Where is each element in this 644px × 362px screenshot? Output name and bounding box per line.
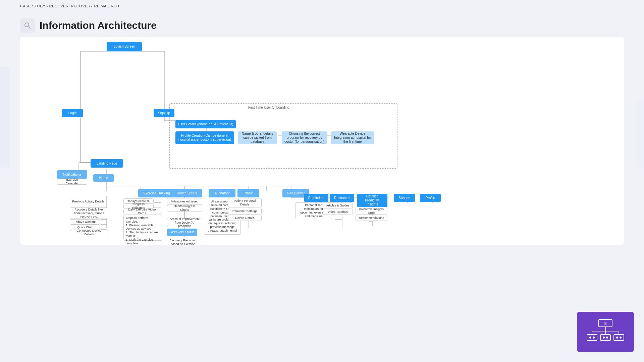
- svg-point-81: [589, 337, 591, 339]
- svg-point-0: [25, 23, 29, 27]
- node-home: Home: [93, 174, 114, 182]
- page-title: Information Architecture: [40, 20, 157, 31]
- node-device-details: Device Details: [228, 215, 262, 221]
- node-milestones-achieved: Milestones Achieved: [167, 198, 202, 205]
- node-recovery-prediction: Recovery Prediction based on exercise pa…: [164, 237, 202, 245]
- node-landing-page: Landing Page: [91, 159, 123, 168]
- node-steps-to-perform: Steps to perform exercise: 1. Wearing we…: [123, 215, 162, 241]
- node-detailed-predictive: Detailed Predictive Insights: [357, 194, 387, 207]
- title-icon-container: [20, 18, 35, 33]
- node-patient-personal: Patient Personal Details: [228, 198, 262, 207]
- node-todays-workout: Today's workout: [70, 219, 100, 225]
- ia-icon-svg: ☰: [585, 318, 626, 346]
- node-resources: Resources: [330, 194, 354, 202]
- page-container: CASE STUDY • RECOVER: RECOVERY REIMAGINE…: [0, 0, 644, 362]
- svg-rect-78: [587, 335, 597, 341]
- node-profile-creation: Profile Creation(Can be done at hospital…: [175, 131, 234, 144]
- node-support: Support: [394, 194, 415, 202]
- node-notifications: Notifications: [57, 170, 87, 179]
- node-recommendations: Recommendations: [356, 215, 387, 221]
- svg-text:☰: ☰: [604, 322, 607, 325]
- node-daily-exercise-videos: Daily Exercise Video Cards: [123, 209, 160, 214]
- left-decoration: [0, 67, 10, 168]
- node-splash-screen: Splash Screen: [107, 42, 142, 51]
- node-profile-nav: Profile: [420, 194, 441, 202]
- node-choosing-program: Choosing the correct program for recover…: [282, 131, 327, 144]
- svg-point-86: [620, 337, 622, 339]
- node-recovery-details: Recovery Details like, bone recovery, mu…: [70, 207, 108, 219]
- first-time-label: First Time User Onboarding: [248, 106, 289, 109]
- diagram-container: First Time User Onboarding Splash Screen…: [20, 37, 624, 245]
- node-video-tutorials: Video Tutorials: [323, 209, 353, 215]
- title-section: Information Architecture: [0, 12, 644, 37]
- ia-diagram-icon: ☰: [577, 312, 634, 352]
- node-login: Login: [62, 109, 83, 117]
- node-previous-activity: Previous Activity Details: [70, 199, 107, 204]
- node-signup: Sign Up: [154, 109, 174, 117]
- svg-point-83: [603, 337, 605, 339]
- svg-rect-79: [600, 335, 610, 341]
- node-exercise-tracking: Exercise Tracking: [138, 189, 175, 197]
- node-wearable-device: Wearable Device Integration at hospital …: [331, 131, 374, 144]
- svg-rect-80: [614, 335, 624, 341]
- node-articles-guides: Articles & Guides: [323, 202, 353, 208]
- breadcrumb: CASE STUDY • RECOVER: RECOVERY REIMAGINE…: [0, 0, 644, 12]
- node-predictive-insights-cards: Predictive Insights cards: [356, 208, 387, 215]
- breadcrumb-text: CASE STUDY • RECOVER: RECOVERY REIMAGINE…: [20, 4, 119, 8]
- svg-point-82: [593, 337, 595, 339]
- node-ai-chatbot: AI chatbot: [209, 189, 235, 197]
- node-reminders: Reminders: [304, 194, 328, 202]
- svg-line-1: [29, 26, 31, 28]
- node-user-details: User Details (phone no. & Patient ID): [175, 120, 236, 128]
- node-areas-of-improvement: Areas of Improvement from Doctor/AI pred…: [167, 218, 202, 227]
- node-exercise-reminder: Exercise Reminder: [57, 179, 87, 185]
- svg-point-85: [616, 337, 618, 339]
- right-decoration: [636, 101, 644, 168]
- node-connected-device: Connected Device Details: [70, 230, 108, 235]
- node-profile: Profile: [237, 189, 259, 197]
- node-reminder-settings: Reminder Settings: [228, 208, 262, 215]
- node-health-progress-charts: Health Progress Charts: [167, 205, 202, 212]
- search-icon: [24, 22, 31, 29]
- svg-point-84: [606, 337, 608, 339]
- node-name-details: Name & other details can be picked from …: [238, 131, 277, 144]
- node-health-status: Health Status: [172, 189, 202, 197]
- node-recovery-status: Recovery Status: [167, 229, 197, 236]
